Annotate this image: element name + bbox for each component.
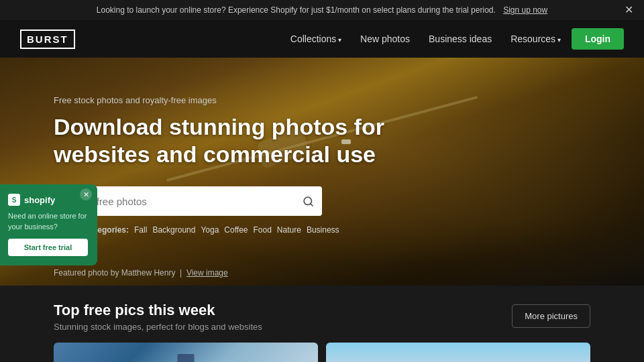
category-business[interactable]: Business (307, 225, 339, 235)
hero-subtitle: Free stock photos and royalty-free image… (54, 95, 590, 105)
nav-collections[interactable]: Collections (290, 34, 341, 44)
hero-title: Download stunning photos for websites an… (54, 113, 416, 168)
section-header-text: Top free pics this week Stunning stock i… (54, 302, 262, 332)
search-icon (303, 196, 314, 207)
category-yoga[interactable]: Yoga (201, 225, 219, 235)
hero-footer: Featured photo by Matthew Henry | View i… (54, 268, 228, 278)
shopify-popup: ✕ S shopify Need an online store for you… (0, 184, 97, 265)
category-coffee[interactable]: Coffee (224, 225, 248, 235)
category-background[interactable]: Background (152, 225, 195, 235)
photo-credit: Featured photo by Matthew Henry (54, 268, 175, 278)
banner-link[interactable]: Sign up now (503, 5, 547, 15)
section-header: Top free pics this week Stunning stock i… (54, 302, 590, 332)
popular-categories: Popular categories: Fall Background Yoga… (54, 225, 590, 235)
section-subtitle: Stunning stock images, perfect for blogs… (54, 322, 262, 332)
photos-grid (54, 343, 590, 362)
bottom-section: Top free pics this week Stunning stock i… (0, 286, 644, 362)
more-pictures-button[interactable]: More pictures (512, 304, 590, 328)
promo-banner: Looking to launch your online store? Exp… (0, 0, 644, 20)
shopify-bag-icon: S (8, 194, 20, 206)
banner-text: Looking to launch your online store? Exp… (97, 5, 496, 15)
nav-links: Collections New photos Business ideas Re… (290, 33, 561, 45)
burst-logo[interactable]: BURST (20, 29, 75, 49)
nav-resources[interactable]: Resources (511, 34, 561, 44)
nav-new-photos[interactable]: New photos (360, 34, 410, 44)
svg-line-1 (311, 204, 313, 206)
start-trial-button[interactable]: Start free trial (8, 239, 88, 256)
banner-close-button[interactable]: ✕ (625, 5, 633, 15)
shopify-brand-name: shopify (24, 195, 55, 205)
category-fall[interactable]: Fall (134, 225, 147, 235)
category-food[interactable]: Food (254, 225, 272, 235)
search-button[interactable] (303, 196, 314, 207)
view-image-link[interactable]: View image (186, 268, 228, 278)
login-button[interactable]: Login (572, 28, 624, 50)
category-nature[interactable]: Nature (277, 225, 301, 235)
nav-business-ideas[interactable]: Business ideas (429, 34, 492, 44)
section-title: Top free pics this week (54, 302, 262, 319)
hero-section: Free stock photos and royalty-free image… (0, 58, 644, 286)
main-nav: BURST Collections New photos Business id… (0, 20, 644, 58)
shopify-logo: S shopify (8, 194, 88, 206)
photo-card-building[interactable] (54, 343, 318, 362)
popup-tagline: Need an online store for your business? (8, 211, 88, 232)
photo-card-sky[interactable] (326, 343, 590, 362)
popup-close-button[interactable]: ✕ (80, 188, 92, 200)
